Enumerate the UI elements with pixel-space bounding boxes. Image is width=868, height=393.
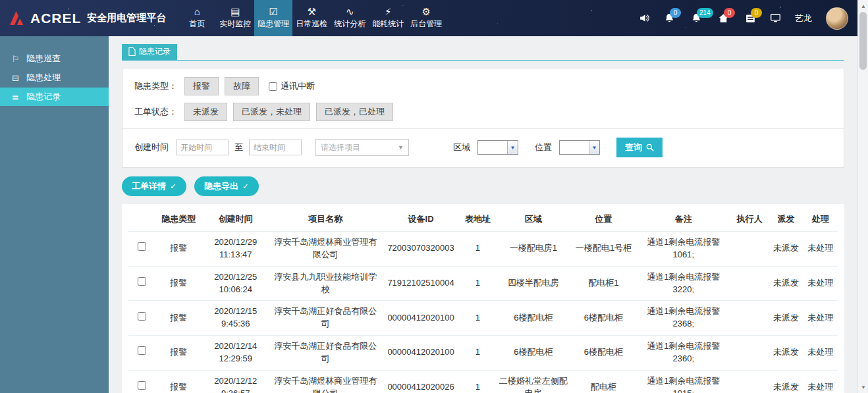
row-checkbox[interactable] bbox=[138, 277, 146, 286]
cell-process-status: 未处理 bbox=[803, 336, 838, 371]
cell-area: 一楼配电房1 bbox=[497, 232, 571, 267]
cell-executor bbox=[730, 232, 769, 267]
scrollbar-thumb[interactable] bbox=[859, 12, 867, 70]
cell-meter-address: 1 bbox=[459, 370, 496, 393]
table-header-row: 隐患类型创建时间项目名称设备ID表地址区域位置备注执行人派发处理 bbox=[128, 207, 838, 232]
row-checkbox[interactable] bbox=[138, 242, 146, 251]
query-button-label: 查询 bbox=[625, 142, 642, 153]
row-checkbox[interactable] bbox=[138, 312, 146, 321]
hazard-type-button-1[interactable]: 故障 bbox=[225, 77, 259, 95]
row-checkbox[interactable] bbox=[138, 346, 146, 355]
cell-executor bbox=[730, 266, 769, 301]
display-icon[interactable] bbox=[770, 13, 781, 24]
cell-dispatch-status: 未派发 bbox=[769, 370, 803, 393]
calendar-notification[interactable]: 0 bbox=[745, 13, 756, 24]
sidebar-item-patrol[interactable]: ⚐ 隐患巡查 bbox=[0, 49, 109, 68]
area-select[interactable]: ▼ bbox=[477, 140, 518, 155]
nav-item-stats[interactable]: ∿ 统计分析 bbox=[331, 0, 369, 36]
cell-device-id: 71912102510004 bbox=[383, 266, 460, 301]
end-time-input[interactable] bbox=[249, 140, 302, 155]
cell-position: 配电柜1 bbox=[570, 266, 636, 301]
cell-project-name: 淳安千岛湖正好食品有限公司 bbox=[269, 336, 383, 371]
cell-position: 6楼配电柜 bbox=[570, 301, 636, 336]
home-notification[interactable]: 0 bbox=[718, 13, 729, 24]
comm-interrupt-option[interactable]: 通讯中断 bbox=[269, 80, 315, 92]
cell-meter-address: 1 bbox=[459, 266, 496, 301]
bell-notification[interactable]: 214 bbox=[691, 13, 702, 24]
project-select[interactable]: 请选择项目 ▼ bbox=[315, 139, 409, 156]
nav-item-hazard[interactable]: ☑ 隐患管理 bbox=[254, 0, 292, 36]
cell-area: 6楼配电柜 bbox=[497, 301, 571, 336]
speaker-icon[interactable] bbox=[639, 13, 650, 24]
sidebar-item-label: 隐患处理 bbox=[26, 72, 61, 84]
table-row: 报警 2020/12/2911:13:47 淳安千岛湖煜林商业管理有限公司 72… bbox=[128, 232, 838, 267]
order-status-button-2[interactable]: 已派发，已处理 bbox=[316, 103, 393, 121]
comm-interrupt-checkbox[interactable] bbox=[269, 82, 277, 91]
start-time-input[interactable] bbox=[176, 140, 229, 155]
cell-process-status: 未处理 bbox=[803, 232, 838, 267]
column-header: 创建时间 bbox=[203, 207, 269, 232]
cell-remark: 通道1剩余电流报警1015; bbox=[637, 370, 731, 393]
query-button[interactable]: 查询 bbox=[616, 138, 663, 157]
cell-executor bbox=[730, 301, 769, 336]
cell-project-name: 淳安县九九职业技能培训学校 bbox=[269, 266, 383, 301]
hazard-export-button[interactable]: 隐患导出 ✓ bbox=[194, 176, 259, 196]
hazard-type-row: 隐患类型： 报警 故障 通讯中断 bbox=[134, 77, 832, 95]
cell-process-status: 未处理 bbox=[803, 370, 838, 393]
cell-remark: 通道1剩余电流报警2360; bbox=[637, 336, 731, 371]
nav-item-label: 首页 bbox=[189, 18, 205, 30]
bell-notification[interactable]: 0 bbox=[664, 13, 675, 24]
avatar[interactable] bbox=[826, 7, 848, 30]
position-select[interactable]: ▼ bbox=[559, 140, 600, 155]
chevron-down-icon: ▼ bbox=[589, 141, 599, 154]
hazard-export-label: 隐患导出 bbox=[204, 180, 238, 192]
order-status-button-0[interactable]: 未派发 bbox=[184, 103, 227, 121]
nav-item-realtime[interactable]: ▤ 实时监控 bbox=[216, 0, 254, 36]
column-header: 处理 bbox=[803, 207, 838, 232]
hazard-table-panel: 隐患类型创建时间项目名称设备ID表地址区域位置备注执行人派发处理 报警 2020… bbox=[122, 204, 844, 393]
column-header: 派发 bbox=[769, 207, 803, 232]
scroll-down-arrow[interactable]: ▼ bbox=[858, 382, 868, 392]
cell-device-id: 00000412020026 bbox=[383, 370, 460, 393]
table-row: 报警 2020/12/129:36:57 淳安千岛湖煜林商业管理有限公司 000… bbox=[128, 370, 838, 393]
notification-count-badge: 0 bbox=[751, 8, 762, 18]
cell-hazard-type: 报警 bbox=[155, 336, 202, 371]
column-header: 隐患类型 bbox=[155, 207, 202, 232]
sidebar-item-handle[interactable]: ⊟ 隐患处理 bbox=[0, 68, 109, 87]
layers-icon: ≣ bbox=[11, 92, 20, 102]
tools-icon: ⚒ bbox=[308, 7, 316, 16]
page-scrollbar[interactable]: ▲ ▼ bbox=[857, 0, 868, 393]
time-filter-row: 创建时间 至 请选择项目 ▼ 区域 ▼ 位置 ▼ 查询 bbox=[134, 138, 832, 157]
area-label: 区域 bbox=[453, 142, 470, 153]
column-header: 设备ID bbox=[383, 207, 460, 232]
scroll-up-arrow[interactable]: ▲ bbox=[858, 1, 868, 11]
row-checkbox[interactable] bbox=[138, 381, 146, 390]
nav-item-energy[interactable]: ⚡ 能耗统计 bbox=[369, 0, 407, 36]
cell-hazard-type: 报警 bbox=[155, 301, 202, 336]
cell-area: 四楼半配电房 bbox=[497, 266, 571, 301]
sidebar-item-records[interactable]: ≣ 隐患记录 bbox=[0, 88, 109, 106]
order-detail-button[interactable]: 工单详情 ✓ bbox=[122, 176, 186, 196]
tab-hazard-records[interactable]: 隐患记录 bbox=[122, 44, 177, 60]
column-header: 执行人 bbox=[730, 207, 769, 232]
nav-item-home[interactable]: ⌂ 首页 bbox=[178, 0, 216, 36]
chevron-down-icon: ▼ bbox=[507, 141, 518, 154]
cell-process-status: 未处理 bbox=[803, 301, 838, 336]
hazard-type-label: 隐患类型： bbox=[134, 80, 177, 92]
filter-panel: 隐患类型： 报警 故障 通讯中断 工单状态： 未派发 已派发，未处理 已派发，已… bbox=[122, 68, 844, 168]
cell-remark: 通道1剩余电流报警3220; bbox=[637, 266, 731, 301]
cell-position: 6楼配电柜 bbox=[570, 336, 636, 371]
cell-hazard-type: 报警 bbox=[155, 370, 202, 393]
order-status-button-1[interactable]: 已派发，未处理 bbox=[233, 103, 310, 121]
cell-device-id: 72003070320003 bbox=[383, 232, 460, 267]
main-nav: ⌂ 首页 ▤ 实时监控 ☑ 隐患管理 ⚒ 日常巡检 ∿ 统计分析 ⚡ 能耗统计 … bbox=[178, 0, 445, 36]
nav-item-inspection[interactable]: ⚒ 日常巡检 bbox=[292, 0, 331, 36]
cell-position: 一楼配电1号柜 bbox=[570, 232, 636, 267]
nav-item-label: 隐患管理 bbox=[258, 18, 289, 30]
user-name[interactable]: 艺龙 bbox=[795, 13, 812, 24]
nav-item-admin[interactable]: ⚙ 后台管理 bbox=[407, 0, 445, 36]
hazard-type-button-0[interactable]: 报警 bbox=[184, 77, 219, 95]
cell-process-status: 未处理 bbox=[803, 266, 838, 301]
cell-remark: 通道1剩余电流报警2368; bbox=[637, 301, 731, 336]
cell-create-time: 2020/12/2911:13:47 bbox=[203, 232, 269, 267]
